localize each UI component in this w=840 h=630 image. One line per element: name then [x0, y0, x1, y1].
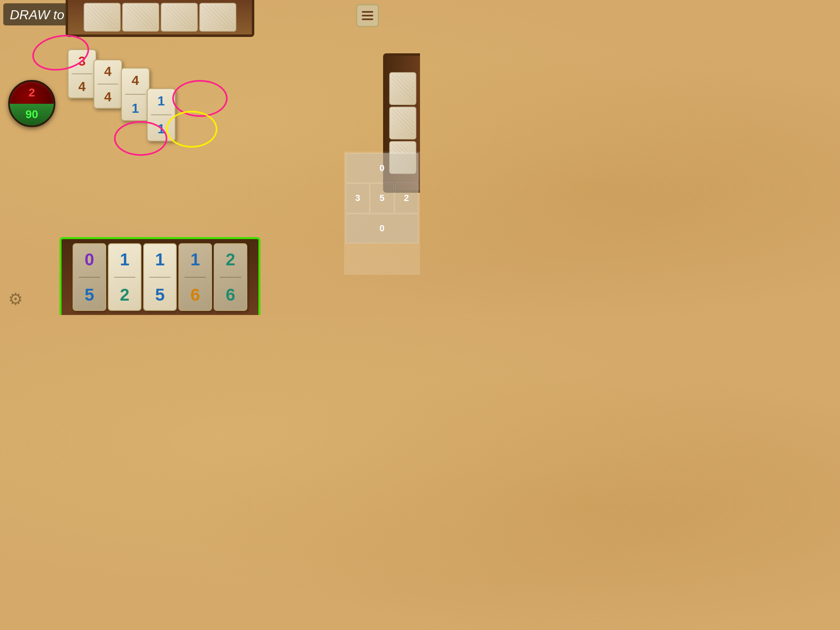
bottom-tile-1-top: 0	[84, 251, 94, 268]
bottom-tile-3[interactable]: 1 5	[143, 243, 177, 311]
bottom-tile-3-top: 1	[155, 251, 164, 268]
bottom-tile-5-divider	[220, 277, 241, 278]
top-rack	[66, 0, 254, 37]
bottom-tile-4-bottom: 6	[190, 286, 200, 304]
score-panel: 0 3 5 2 0	[344, 152, 420, 275]
timer-red-section: 2	[10, 82, 54, 104]
draw-text: DRAW to	[10, 7, 64, 22]
bottom-tile-3-bottom: 5	[155, 286, 164, 304]
circle-right	[172, 80, 228, 117]
domino-3[interactable]: 4 1	[121, 68, 150, 121]
bottom-tile-4[interactable]: 1 6	[178, 243, 212, 311]
domino-4[interactable]: 1 1	[147, 88, 176, 142]
domino-2-top: 4	[104, 65, 112, 78]
score-cell-3: 3	[346, 183, 370, 213]
domino-3-divider	[125, 94, 146, 95]
score-cell-last-0: 0	[346, 214, 418, 243]
bottom-tile-5[interactable]: 2 6	[214, 243, 247, 311]
top-card-2[interactable]	[122, 3, 159, 32]
bottom-tile-4-divider	[185, 277, 206, 278]
domino-4-bottom: 1	[158, 122, 165, 135]
domino-4-divider	[151, 114, 171, 115]
bottom-tile-4-top: 1	[190, 251, 200, 268]
domino-1[interactable]: 3 4	[68, 49, 96, 98]
gear-icon: ⚙	[8, 290, 23, 308]
timer: 2 90	[8, 80, 55, 127]
top-card-1[interactable]	[84, 3, 121, 32]
domino-3-bottom: 1	[132, 102, 139, 115]
menu-button[interactable]	[356, 4, 379, 27]
top-card-3[interactable]	[161, 3, 198, 32]
domino-2[interactable]: 4 4	[94, 59, 122, 109]
menu-line-3	[362, 18, 373, 20]
bottom-tile-2-top: 1	[120, 251, 129, 268]
score-cell-0: 0	[346, 153, 418, 183]
right-card-2[interactable]	[389, 107, 416, 139]
domino-2-divider	[98, 84, 118, 84]
bottom-tile-5-top: 2	[226, 251, 235, 268]
bottom-tile-1[interactable]: 0 5	[73, 243, 106, 311]
menu-line-1	[362, 11, 373, 13]
top-card-4[interactable]	[199, 3, 236, 32]
domino-3-top: 4	[132, 74, 139, 87]
bottom-tile-2-divider	[114, 277, 135, 278]
bottom-tile-1-bottom: 5	[84, 286, 94, 304]
gear-button[interactable]: ⚙	[8, 290, 29, 310]
domino-1-bottom: 4	[78, 80, 86, 93]
right-card-1[interactable]	[389, 72, 416, 105]
domino-2-bottom: 4	[104, 90, 112, 103]
bottom-rack: 0 5 1 2 1 5 1 6 2 6	[59, 237, 260, 315]
timer-green-section: 90	[10, 104, 54, 126]
timer-red-value: 2	[29, 86, 35, 99]
bottom-tile-5-bottom: 6	[226, 286, 235, 304]
domino-1-divider	[72, 73, 92, 74]
bottom-tile-2-bottom: 2	[120, 286, 129, 304]
bottom-tile-1-divider	[79, 277, 100, 278]
domino-1-top: 3	[78, 55, 86, 68]
bottom-tile-2[interactable]: 1 2	[108, 243, 142, 311]
bottom-tile-3-divider	[149, 277, 171, 278]
timer-green-value: 90	[25, 108, 38, 121]
score-cell-2: 2	[395, 183, 418, 213]
score-cell-5: 5	[370, 183, 394, 213]
domino-4-top: 1	[158, 94, 165, 107]
menu-line-2	[362, 15, 373, 16]
